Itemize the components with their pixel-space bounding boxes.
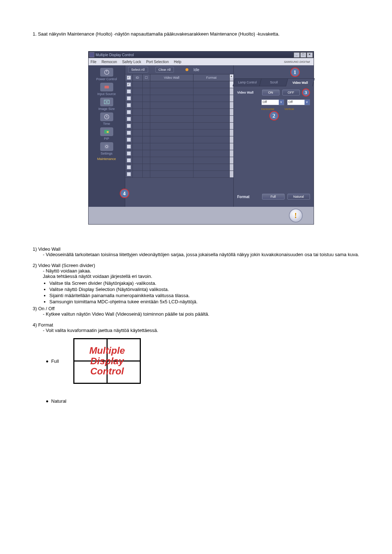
desc-item-4-title: 4) Format [33,322,368,328]
full-mode-illustration: MultipleDisplayControl [73,338,141,384]
maximize-icon[interactable]: □ [300,52,306,58]
row-checkbox[interactable]: ✓ [127,82,131,87]
window-title: Multiple Display Control [96,53,294,57]
row-checkbox[interactable] [127,117,131,121]
desc-item-3-title: 3) On / Off [33,306,368,311]
table-row[interactable] [125,136,233,143]
table-row[interactable] [125,150,233,157]
gear-icon [100,142,113,151]
sidebar-item-label: PIP [89,137,125,140]
table-row[interactable] [125,130,233,136]
sidebar-item-label: Maintenance [89,157,125,161]
menu-port-selection[interactable]: Port Selection [146,60,169,64]
full-label: Full [51,358,59,364]
minimize-icon[interactable]: _ [294,52,300,58]
video-wall-label: Video Wall [237,91,259,94]
horizontal-label: Horizontal [261,107,274,111]
grid-header-format: Format [193,74,230,81]
menu-remocon[interactable]: Remocon [102,60,117,64]
sidebar-item-time[interactable]: Time [89,111,125,126]
sidebar-item-input-source[interactable]: Input Source [89,82,125,97]
callout-4: 4 [120,189,129,198]
idle-indicator-icon [185,68,188,71]
row-checkbox[interactable] [127,124,131,128]
row-checkbox[interactable] [127,151,131,156]
table-row[interactable] [125,102,233,109]
svg-rect-2 [105,86,109,89]
info-icon: ! [289,209,303,222]
clear-all-button[interactable]: Clear All [155,67,174,73]
sidebar-item-maintenance[interactable]: Maintenance [89,156,125,161]
desc-item-3-body: - Kytkee valitun näytön Video Wall (Vide… [33,311,368,317]
table-row[interactable] [125,164,233,171]
sidebar: Power Control Input Source Image Size Ti… [89,65,125,207]
header-checkbox[interactable]: ✓ [127,75,131,80]
table-row[interactable] [125,116,233,123]
sidebar-item-power-control[interactable]: Power Control [89,67,125,82]
table-row[interactable] [125,88,233,95]
desc-item-2-b4: Samsungin toimittama MDC-ohjelma tukee e… [49,299,368,304]
row-checkbox[interactable] [127,144,131,149]
sidebar-item-settings[interactable]: Settings [89,141,125,156]
svg-point-8 [105,144,109,149]
scroll-up-icon[interactable]: ▲ [230,74,233,78]
table-row[interactable] [125,143,233,150]
row-checkbox[interactable] [127,165,131,169]
table-row[interactable] [125,95,233,102]
table-row[interactable] [125,109,233,116]
on-button[interactable]: ON [262,90,279,95]
idle-label: Idle [193,68,199,72]
horizontal-select[interactable]: Off v [261,99,284,105]
menubar: File Remocon Safety Lock Port Selection … [89,58,314,65]
svg-rect-6 [107,131,109,133]
row-checkbox[interactable] [127,172,131,176]
callout-3: 3 [302,89,310,97]
row-checkbox[interactable] [127,103,131,107]
grid-header-icon: ☐ [143,74,150,81]
natural-button[interactable]: Natural [287,194,310,200]
table-row[interactable] [125,123,233,130]
pip-icon [100,127,113,136]
menu-help[interactable]: Help [174,60,181,64]
row-checkbox[interactable] [127,158,131,163]
sidebar-item-label: Settings [89,152,125,155]
grid-body: ✓ [125,81,233,178]
row-checkbox[interactable] [127,89,131,94]
right-tabs: Lamp Control Scroll Video Wall [234,78,314,86]
tab-lamp-control[interactable]: Lamp Control [233,78,262,86]
tab-video-wall[interactable]: Video Wall [286,78,315,86]
tab-scroll[interactable]: Scroll [259,78,288,86]
grid-header-video-wall: Video Wall [150,74,193,81]
intro-text: 1. Saat näkyviin Maintenance (Huolto) -n… [33,31,368,37]
sidebar-item-label: Input Source [89,92,125,96]
vertical-label: Vertical [285,107,294,111]
row-checkbox[interactable] [127,96,131,100]
full-button[interactable]: Full [262,194,285,200]
app-icon [89,52,94,57]
status-bar: ! [89,207,314,224]
sidebar-item-image-size[interactable]: Image Size [89,97,125,111]
desc-item-2-title: 2) Video Wall (Screen divider) [33,263,368,268]
row-checkbox[interactable] [127,138,131,142]
menu-file[interactable]: File [91,60,97,64]
close-icon[interactable]: × [307,52,313,58]
row-checkbox[interactable] [127,131,131,135]
input-source-icon [100,83,113,91]
desc-item-2-l1: - Näyttö voidaan jakaa. [33,268,368,274]
chevron-down-icon[interactable]: v [279,100,284,105]
sidebar-item-pip[interactable]: PIP [89,126,125,141]
menu-safety-lock[interactable]: Safety Lock [122,60,141,64]
table-row[interactable] [125,157,233,164]
chevron-down-icon[interactable]: v [305,100,310,105]
sidebar-item-label: Time [89,122,125,126]
brand-logo: SAMSUNG DIGITall [282,60,311,64]
desc-item-1-title: 1) Video Wall [33,246,368,252]
select-all-button[interactable]: Select All [128,67,148,73]
table-row[interactable] [125,171,233,178]
vertical-select[interactable]: Off v [287,99,310,105]
table-row[interactable]: ✓ [125,81,233,88]
off-button[interactable]: OFF [282,90,300,95]
scrollbar[interactable]: ▲ [230,74,233,81]
desc-item-1-body: - Videoseinällä tarkoitetaan toisiinsa l… [33,252,368,257]
row-checkbox[interactable] [127,110,131,114]
